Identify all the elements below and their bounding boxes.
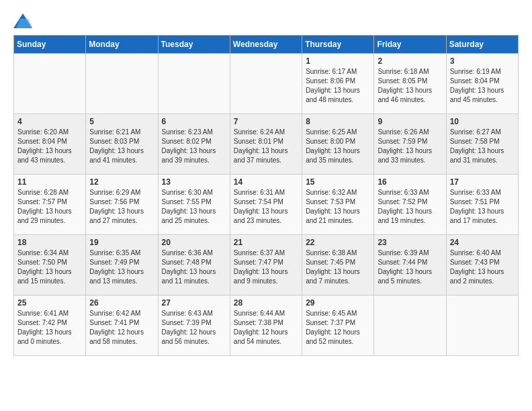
- day-info: Sunrise: 6:45 AM Sunset: 7:37 PM Dayligh…: [306, 309, 370, 347]
- day-number: 7: [234, 117, 298, 126]
- calendar-cell: 21Sunrise: 6:37 AM Sunset: 7:47 PM Dayli…: [230, 235, 302, 295]
- day-number: 6: [162, 117, 226, 126]
- calendar-cell: 27Sunrise: 6:43 AM Sunset: 7:39 PM Dayli…: [158, 295, 230, 356]
- day-info: Sunrise: 6:29 AM Sunset: 7:56 PM Dayligh…: [89, 188, 154, 226]
- calendar-cell: [230, 54, 302, 114]
- day-info: Sunrise: 6:19 AM Sunset: 8:04 PM Dayligh…: [450, 67, 515, 105]
- day-number: 26: [89, 298, 154, 308]
- calendar-cell: [446, 295, 518, 356]
- calendar-cell: 15Sunrise: 6:32 AM Sunset: 7:53 PM Dayli…: [302, 175, 374, 235]
- day-info: Sunrise: 6:18 AM Sunset: 8:05 PM Dayligh…: [378, 67, 442, 105]
- weekday-header-friday: Friday: [374, 36, 446, 54]
- day-info: Sunrise: 6:23 AM Sunset: 8:02 PM Dayligh…: [162, 128, 226, 165]
- day-info: Sunrise: 6:26 AM Sunset: 7:59 PM Dayligh…: [378, 128, 442, 165]
- calendar-cell: 26Sunrise: 6:42 AM Sunset: 7:41 PM Dayli…: [86, 295, 158, 356]
- day-info: Sunrise: 6:34 AM Sunset: 7:50 PM Dayligh…: [17, 248, 82, 286]
- day-number: 14: [234, 177, 298, 187]
- calendar-cell: 4Sunrise: 6:20 AM Sunset: 8:04 PM Daylig…: [14, 114, 86, 175]
- day-info: Sunrise: 6:41 AM Sunset: 7:42 PM Dayligh…: [17, 309, 82, 347]
- day-number: 29: [306, 298, 370, 308]
- day-info: Sunrise: 6:31 AM Sunset: 7:54 PM Dayligh…: [234, 188, 298, 226]
- day-number: 4: [17, 117, 82, 126]
- calendar-cell: 16Sunrise: 6:33 AM Sunset: 7:52 PM Dayli…: [374, 175, 446, 235]
- calendar-cell: 7Sunrise: 6:24 AM Sunset: 8:01 PM Daylig…: [230, 114, 302, 175]
- day-number: 1: [306, 56, 370, 66]
- day-info: Sunrise: 6:35 AM Sunset: 7:49 PM Dayligh…: [89, 248, 154, 286]
- day-number: 25: [17, 298, 82, 308]
- calendar-cell: 18Sunrise: 6:34 AM Sunset: 7:50 PM Dayli…: [14, 235, 86, 295]
- day-info: Sunrise: 6:39 AM Sunset: 7:44 PM Dayligh…: [378, 248, 442, 286]
- day-info: Sunrise: 6:25 AM Sunset: 8:00 PM Dayligh…: [306, 128, 370, 165]
- day-number: 11: [17, 177, 82, 187]
- calendar-week-5: 25Sunrise: 6:41 AM Sunset: 7:42 PM Dayli…: [14, 295, 519, 356]
- calendar-cell: [14, 54, 86, 114]
- day-info: Sunrise: 6:42 AM Sunset: 7:41 PM Dayligh…: [89, 309, 154, 347]
- day-info: Sunrise: 6:36 AM Sunset: 7:48 PM Dayligh…: [162, 248, 226, 286]
- calendar-cell: [158, 54, 230, 114]
- calendar-cell: 5Sunrise: 6:21 AM Sunset: 8:03 PM Daylig…: [86, 114, 158, 175]
- day-number: 9: [378, 117, 442, 126]
- calendar-cell: 6Sunrise: 6:23 AM Sunset: 8:02 PM Daylig…: [158, 114, 230, 175]
- day-number: 18: [17, 238, 82, 247]
- page-header: [13, 13, 519, 28]
- day-info: Sunrise: 6:33 AM Sunset: 7:52 PM Dayligh…: [378, 188, 442, 226]
- day-number: 19: [89, 238, 154, 247]
- calendar-cell: 19Sunrise: 6:35 AM Sunset: 7:49 PM Dayli…: [86, 235, 158, 295]
- calendar-cell: 10Sunrise: 6:27 AM Sunset: 7:58 PM Dayli…: [446, 114, 518, 175]
- day-number: 27: [162, 298, 226, 308]
- day-number: 23: [378, 238, 442, 247]
- calendar-cell: 14Sunrise: 6:31 AM Sunset: 7:54 PM Dayli…: [230, 175, 302, 235]
- calendar-cell: 9Sunrise: 6:26 AM Sunset: 7:59 PM Daylig…: [374, 114, 446, 175]
- calendar-cell: 28Sunrise: 6:44 AM Sunset: 7:38 PM Dayli…: [230, 295, 302, 356]
- logo-icon: [13, 13, 32, 28]
- weekday-header-wednesday: Wednesday: [230, 36, 302, 54]
- day-info: Sunrise: 6:24 AM Sunset: 8:01 PM Dayligh…: [234, 128, 298, 165]
- calendar-cell: 1Sunrise: 6:17 AM Sunset: 8:06 PM Daylig…: [302, 54, 374, 114]
- calendar-cell: 22Sunrise: 6:38 AM Sunset: 7:45 PM Dayli…: [302, 235, 374, 295]
- calendar-cell: 20Sunrise: 6:36 AM Sunset: 7:48 PM Dayli…: [158, 235, 230, 295]
- day-number: 15: [306, 177, 370, 187]
- day-info: Sunrise: 6:20 AM Sunset: 8:04 PM Dayligh…: [17, 128, 82, 165]
- calendar-cell: 23Sunrise: 6:39 AM Sunset: 7:44 PM Dayli…: [374, 235, 446, 295]
- calendar-cell: [374, 295, 446, 356]
- day-number: 22: [306, 238, 370, 247]
- day-info: Sunrise: 6:44 AM Sunset: 7:38 PM Dayligh…: [234, 309, 298, 347]
- calendar-cell: 11Sunrise: 6:28 AM Sunset: 7:57 PM Dayli…: [14, 175, 86, 235]
- calendar-table: SundayMondayTuesdayWednesdayThursdayFrid…: [13, 35, 519, 356]
- day-number: 20: [162, 238, 226, 247]
- day-number: 10: [450, 117, 515, 126]
- day-info: Sunrise: 6:30 AM Sunset: 7:55 PM Dayligh…: [162, 188, 226, 226]
- weekday-header-thursday: Thursday: [302, 36, 374, 54]
- calendar-cell: 8Sunrise: 6:25 AM Sunset: 8:00 PM Daylig…: [302, 114, 374, 175]
- day-info: Sunrise: 6:38 AM Sunset: 7:45 PM Dayligh…: [306, 248, 370, 286]
- calendar-cell: 24Sunrise: 6:40 AM Sunset: 7:43 PM Dayli…: [446, 235, 518, 295]
- calendar-cell: 29Sunrise: 6:45 AM Sunset: 7:37 PM Dayli…: [302, 295, 374, 356]
- day-number: 17: [450, 177, 515, 187]
- calendar-cell: 25Sunrise: 6:41 AM Sunset: 7:42 PM Dayli…: [14, 295, 86, 356]
- day-number: 16: [378, 177, 442, 187]
- day-info: Sunrise: 6:40 AM Sunset: 7:43 PM Dayligh…: [450, 248, 515, 286]
- day-number: 2: [378, 56, 442, 66]
- day-number: 28: [234, 298, 298, 308]
- day-number: 5: [89, 117, 154, 126]
- calendar-week-2: 4Sunrise: 6:20 AM Sunset: 8:04 PM Daylig…: [14, 114, 519, 175]
- weekday-header-saturday: Saturday: [446, 36, 518, 54]
- day-number: 12: [89, 177, 154, 187]
- day-number: 21: [234, 238, 298, 247]
- logo: [13, 13, 35, 28]
- weekday-header-sunday: Sunday: [14, 36, 86, 54]
- day-info: Sunrise: 6:37 AM Sunset: 7:47 PM Dayligh…: [234, 248, 298, 286]
- day-number: 3: [450, 56, 515, 66]
- day-info: Sunrise: 6:21 AM Sunset: 8:03 PM Dayligh…: [89, 128, 154, 165]
- day-info: Sunrise: 6:17 AM Sunset: 8:06 PM Dayligh…: [306, 67, 370, 105]
- calendar-cell: 17Sunrise: 6:33 AM Sunset: 7:51 PM Dayli…: [446, 175, 518, 235]
- calendar-cell: 3Sunrise: 6:19 AM Sunset: 8:04 PM Daylig…: [446, 54, 518, 114]
- day-number: 24: [450, 238, 515, 247]
- weekday-header-monday: Monday: [86, 36, 158, 54]
- day-info: Sunrise: 6:33 AM Sunset: 7:51 PM Dayligh…: [450, 188, 515, 226]
- calendar-week-1: 1Sunrise: 6:17 AM Sunset: 8:06 PM Daylig…: [14, 54, 519, 114]
- calendar-cell: [86, 54, 158, 114]
- day-number: 13: [162, 177, 226, 187]
- calendar-cell: 13Sunrise: 6:30 AM Sunset: 7:55 PM Dayli…: [158, 175, 230, 235]
- calendar-week-3: 11Sunrise: 6:28 AM Sunset: 7:57 PM Dayli…: [14, 175, 519, 235]
